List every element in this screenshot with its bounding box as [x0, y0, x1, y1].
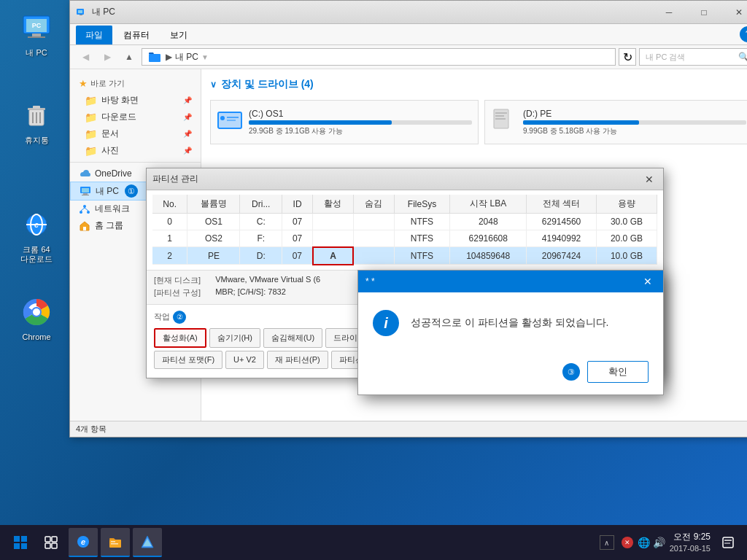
folder-icon-downloads: 📁: [85, 112, 97, 123]
drive-d-bar-bg: [523, 120, 746, 125]
drive-d-free: 9.99GB 중 5.18GB 사용 가능: [523, 126, 746, 136]
ie-icon: e: [19, 207, 54, 242]
address-dropdown[interactable]: ▼: [201, 53, 209, 61]
ribbon-tab-file[interactable]: 파일: [76, 26, 112, 44]
status-bar: 4개 항목: [70, 421, 747, 437]
system-tray: ∧ ✕ 🌐 🔊 오전 9:25 2017-08-15: [600, 528, 741, 557]
svg-rect-42: [14, 536, 20, 542]
ok-badge: ③: [562, 363, 580, 381]
partition-table-container: No. 볼륨명 Dri... ID 활성 숨김 FileSys 시작 LBA 전…: [147, 190, 663, 270]
table-row[interactable]: 1 OS2 F: 07 NTFS 62916608 41940992 20.0 …: [152, 230, 657, 247]
refresh-button[interactable]: ↻: [619, 48, 636, 66]
format-button[interactable]: 파티션 포맷(F): [154, 351, 222, 369]
success-dialog: * * ✕ i 성공적으로 이 파티션을 활성화 되었습니다. ③ 확인: [357, 270, 664, 395]
col-active: 활성: [313, 195, 354, 214]
partition-dialog-title: 파티션 관리: [152, 173, 641, 185]
cell-active-highlighted: A: [313, 247, 354, 265]
svg-point-28: [80, 211, 82, 214]
drive-card-d[interactable]: (D:) PE 9.99GB 중 5.18GB 사용 가능: [484, 100, 747, 144]
chevron-icon: ∨: [210, 79, 217, 90]
folder-icon-desktop: 📁: [85, 95, 97, 106]
maximize-button[interactable]: □: [687, 3, 721, 22]
tray-network-icon[interactable]: 🌐: [638, 537, 650, 548]
minimize-button[interactable]: ─: [652, 3, 686, 22]
svg-point-35: [220, 116, 225, 120]
drive-icon-d: [491, 106, 517, 138]
sidebar-divider-1: [70, 162, 201, 163]
svg-rect-49: [52, 543, 57, 548]
repartition-button[interactable]: 재 파티션(P): [267, 351, 328, 369]
ok-button[interactable]: 확인: [587, 361, 649, 383]
taskbar-ie-icon: e: [76, 534, 90, 549]
taskbar-task-view[interactable]: [36, 528, 66, 557]
taskbar-tool-icon: [140, 534, 155, 549]
pin-icon-downloads: 📌: [183, 113, 192, 121]
svg-rect-24: [82, 188, 89, 192]
sidebar-item-desktop[interactable]: 📁 바탕 화면 📌: [70, 92, 201, 109]
success-dialog-close[interactable]: ✕: [640, 273, 656, 289]
tray-x-close[interactable]: ✕: [622, 537, 633, 548]
current-disk-value: VMware, VMware Virtual S (6: [215, 275, 320, 286]
svg-rect-54: [111, 543, 118, 545]
success-dialog-body: i 성공적으로 이 파티션을 활성화 되었습니다.: [358, 292, 663, 354]
address-separator: ▶: [166, 52, 172, 62]
desktop-icon-chrome[interactable]: Chrome: [7, 292, 66, 345]
tray-volume-icon[interactable]: 🔊: [653, 537, 665, 548]
partition-dialog-close[interactable]: ✕: [641, 171, 657, 187]
drive-d-info: (D:) PE 9.99GB 중 5.18GB 사용 가능: [523, 109, 746, 136]
ie-icon-label: 크롬 64다운로드: [20, 245, 53, 264]
cell-no: 1: [152, 230, 187, 247]
ribbon: 파일 컴퓨터 보기 ?: [70, 24, 747, 45]
drive-card-c[interactable]: (C:) OS1 29.9GB 중 19.1GB 사용 가능: [210, 100, 479, 144]
desktop-icon-mypc[interactable]: PC 내 PC: [7, 7, 66, 61]
col-hidden: 숨김: [353, 195, 394, 214]
ribbon-tab-computer[interactable]: 컴퓨터: [114, 26, 159, 44]
folder-icon-pictures: 📁: [85, 145, 97, 157]
desktop-icon-trash[interactable]: 휴지통: [7, 95, 66, 148]
unhide-button[interactable]: 숨김해제(U): [263, 328, 322, 348]
taskbar-explorer-icon: [108, 534, 123, 549]
pin-icon-desktop: 📌: [183, 96, 192, 104]
drive-c-bar-fill: [249, 120, 392, 125]
svg-rect-3: [28, 36, 45, 38]
close-button[interactable]: ✕: [722, 3, 747, 22]
taskbar-tool[interactable]: [133, 528, 162, 557]
ribbon-tab-view[interactable]: 보기: [160, 26, 197, 44]
taskbar-explorer[interactable]: [101, 528, 130, 557]
up-button[interactable]: ▲: [120, 48, 139, 66]
table-row-selected[interactable]: 2 PE D: 07 A NTFS 104859648 20967424 10.…: [152, 247, 657, 265]
sidebar-item-documents[interactable]: 📁 문서 📌: [70, 125, 201, 142]
table-row[interactable]: 0 OS1 C: 07 NTFS 2048 62914560 30.0 GB: [152, 214, 657, 230]
partition-config-value: MBR; [C/H/S]: 7832: [215, 287, 286, 298]
upv2-button[interactable]: U+ V2: [225, 351, 264, 369]
quick-access-section[interactable]: ★ 바로 가기: [70, 75, 201, 92]
cell-name: OS1: [187, 214, 240, 230]
forward-button[interactable]: ▶: [98, 48, 117, 66]
tray-chevron[interactable]: ∧: [600, 535, 614, 550]
cell-hidden: [353, 214, 394, 230]
explorer-titlebar-icon: [76, 7, 88, 18]
activate-button[interactable]: 활성화(A): [154, 328, 206, 348]
address-field[interactable]: ▶ 내 PC ▼: [142, 48, 616, 66]
mypc-badge: ①: [125, 184, 138, 198]
network-icon: [79, 203, 90, 215]
cell-sectors: 62914560: [527, 214, 597, 230]
search-field[interactable]: 내 PC 검색 🔍: [639, 48, 747, 66]
back-button[interactable]: ◀: [76, 48, 95, 66]
trash-icon: [19, 98, 54, 133]
hide-button[interactable]: 숨기기(H): [209, 328, 260, 348]
svg-rect-44: [14, 543, 20, 549]
desktop-icon-ie[interactable]: e 크롬 64다운로드: [7, 204, 66, 267]
taskbar-ie[interactable]: e: [69, 528, 98, 557]
tray-icons: 🌐 🔊: [638, 537, 665, 548]
system-clock[interactable]: 오전 9:25 2017-08-15: [670, 532, 711, 553]
notification-button[interactable]: [715, 528, 741, 557]
svg-rect-41: [495, 118, 506, 120]
cell-name: PE: [187, 247, 240, 265]
ribbon-help-button[interactable]: ?: [740, 26, 747, 42]
sidebar-item-pictures[interactable]: 📁 사진 📌: [70, 142, 201, 159]
svg-rect-59: [724, 542, 730, 544]
start-button[interactable]: [6, 528, 35, 557]
windows-logo: [13, 535, 28, 550]
sidebar-item-downloads[interactable]: 📁 다운로드 📌: [70, 109, 201, 125]
